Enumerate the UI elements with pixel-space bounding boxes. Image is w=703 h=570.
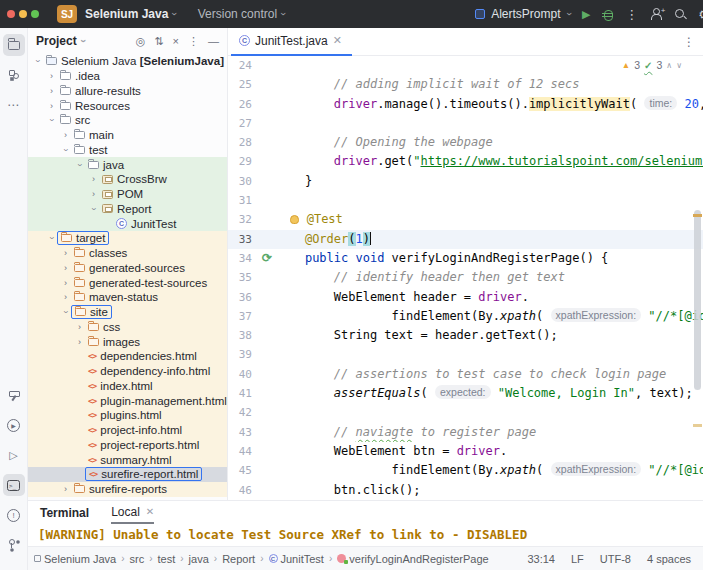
hide-button[interactable]: — [208,35,219,48]
tree-item-java[interactable]: ›java [28,157,227,172]
chevron-icon[interactable]: › [46,86,57,96]
code-text[interactable]: // identify header then get text [276,268,703,287]
tree-item-index.html[interactable]: <>index.html [28,379,227,394]
vcs-menu[interactable]: Version control › [198,7,285,21]
tree-item-content[interactable]: <>project-info.html [85,423,185,437]
editor-scrollbar[interactable] [694,210,701,390]
line-number[interactable]: 33 [228,230,258,249]
code-text[interactable]: @Test [276,210,703,229]
tree-item-content[interactable]: CJunitTest [113,217,179,231]
build-tool-button[interactable] [3,384,25,406]
code-text[interactable] [276,345,703,364]
code-line-33[interactable]: 33 @Order(1) [228,230,703,249]
line-number[interactable]: 30 [228,172,258,191]
line-number[interactable]: 29 [228,152,258,171]
line-number[interactable]: 32 [228,210,258,229]
code-text[interactable] [276,114,703,133]
breadcrumb-item-test[interactable]: test [158,553,176,565]
tree-item-generated-test-sources[interactable]: ›generated-test-sources [28,275,227,290]
tree-item-css[interactable]: ›css [28,320,227,335]
code-line-41[interactable]: 41 assertEquals( expected: "Welcome, Log… [228,384,703,403]
collapse-all-button[interactable]: × [173,35,179,48]
chevron-icon[interactable]: › [47,233,57,244]
tree-item-allure-results[interactable]: ›allure-results [28,84,227,99]
tree-item-content[interactable]: <>dependencies.html [85,349,200,363]
tree-item-content[interactable]: main [71,128,117,142]
expand-all-button[interactable]: ⇅ [154,35,163,48]
chevron-icon[interactable]: › [47,115,57,126]
tree-item-content[interactable]: src [57,113,93,127]
code-line-44[interactable]: 44 WebElement btn = driver. [228,442,703,461]
project-menu[interactable]: Selenium Java › [85,7,176,21]
code-line-28[interactable]: 28 // Opening the webpage [228,133,703,152]
line-number[interactable]: 31 [228,191,258,210]
line-number[interactable]: 25 [228,75,258,94]
chevron-icon[interactable]: › [61,144,71,155]
chevron-icon[interactable]: › [46,101,57,111]
tree-item-maven-status[interactable]: ›maven-status [28,290,227,305]
code-text[interactable]: btn.click(); [276,481,703,500]
breadcrumb-item-src[interactable]: src [130,553,145,565]
chevron-icon[interactable]: › [75,159,85,170]
tree-item-junittest[interactable]: CJunitTest [28,216,227,231]
tree-item-content[interactable]: maven-status [71,290,161,304]
tree-item-content[interactable]: <>plugins.html [85,408,165,422]
tree-item-content[interactable]: classes [71,246,130,260]
tree-item-content[interactable]: <>plugin-management.html [85,394,227,408]
terminal-tool-button[interactable]: >_ [3,474,25,496]
code-line-26[interactable]: 26 driver.manage().timeouts().implicitly… [228,95,703,114]
scrollbar-mark[interactable] [693,424,702,427]
line-number[interactable]: 39 [228,345,258,364]
editor-options-button[interactable]: ⋮ [683,35,695,49]
tree-item-content[interactable]: target [57,231,109,245]
code-text[interactable]: driver.manage().timeouts().implicitlyWai… [276,95,703,114]
prev-problem-icon[interactable]: ∧ [666,61,672,70]
close-terminal-tab-icon[interactable]: ✕ [146,506,154,517]
chevron-icon[interactable]: › [46,71,57,81]
run-test-gutter-icon[interactable]: ⟳ [262,249,272,268]
tree-item-content[interactable]: surefire-reports [71,482,170,496]
tree-item-content[interactable]: <>dependency-info.html [85,364,213,378]
scrollbar-mark[interactable] [693,214,702,217]
tree-item-main[interactable]: ›main [28,128,227,143]
code-line-42[interactable]: 42 [228,403,703,422]
chevron-icon[interactable]: › [61,307,71,318]
code-line-35[interactable]: 35 // identify header then get text [228,268,703,287]
tree-item-content[interactable]: site [71,305,112,319]
next-problem-icon[interactable]: ∨ [676,61,682,70]
line-number[interactable]: 27 [228,114,258,133]
tree-item-crossbrw[interactable]: ›CrossBrw [28,172,227,187]
code-text[interactable]: } [276,172,703,191]
tree-item-dependency-info.html[interactable]: <>dependency-info.html [28,364,227,379]
run-tool-button[interactable]: ▷ [3,444,25,466]
terminal-output[interactable]: [WARNING] Unable to locate Test Source X… [28,524,703,545]
chevron-icon[interactable]: › [89,203,99,214]
tree-item-.idea[interactable]: ›.idea [28,69,227,84]
project-tool-button[interactable] [3,34,25,56]
indent-style[interactable]: 4 spaces [647,553,691,565]
chevron-icon[interactable]: › [88,174,99,184]
tree-item-project-info.html[interactable]: <>project-info.html [28,423,227,438]
code-area[interactable]: ▲ 3 ✓ 3 ∧ ∨ 2425 // adding implicit wait… [228,56,703,500]
code-line-38[interactable]: 38 String text = header.getText(); [228,326,703,345]
code-text[interactable]: // assertions to test case to check logi… [276,365,703,384]
line-number[interactable]: 35 [228,268,258,287]
line-number[interactable]: 43 [228,423,258,442]
tree-item-content[interactable]: css [85,320,123,334]
code-line-32[interactable]: 32 @Test [228,210,703,229]
close-window-button[interactable] [7,10,15,18]
line-number[interactable]: 44 [228,442,258,461]
tree-item-report[interactable]: ›Report [28,202,227,217]
tree-item-content[interactable]: Resources [57,99,133,113]
chevron-icon[interactable]: › [60,263,71,273]
code-line-27[interactable]: 27 [228,114,703,133]
code-text[interactable] [276,191,703,210]
code-line-36[interactable]: 36 WebElement header = driver. [228,288,703,307]
breadcrumb-item-verifyloginandregisterpage[interactable]: verifyLoginAndRegisterPage [337,553,488,565]
chevron-icon[interactable]: › [33,56,43,67]
line-number[interactable]: 26 [228,95,258,114]
tree-item-surefire-reports[interactable]: ›surefire-reports [28,482,227,497]
tree-item-test[interactable]: ›test [28,143,227,158]
code-text[interactable]: public void verifyLoginAndRegisterPage()… [276,249,703,268]
terminal-tab-local[interactable]: Local ✕ [111,501,154,524]
